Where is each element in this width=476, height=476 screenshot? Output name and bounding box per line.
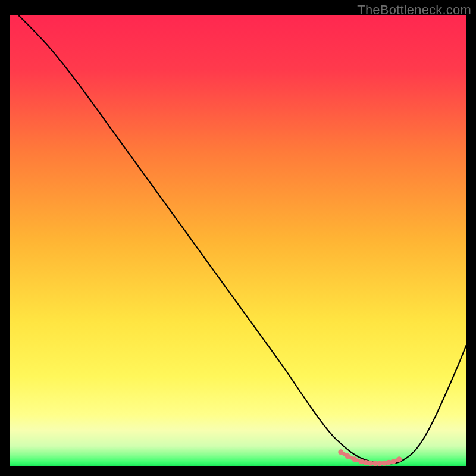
sweet-spot-marker: [345, 453, 350, 459]
sweet-spot-marker: [352, 456, 357, 462]
watermark-text: TheBottleneck.com: [357, 2, 471, 18]
sweet-spot-marker: [364, 460, 369, 465]
sweet-spot-marker: [397, 456, 402, 462]
bottleneck-chart: [0, 0, 476, 476]
sweet-spot-marker: [381, 461, 387, 466]
sweet-spot-marker: [372, 461, 378, 466]
sweet-spot-marker: [368, 461, 373, 466]
sweet-spot-marker: [391, 459, 396, 464]
sweet-spot-marker: [386, 460, 392, 465]
sweet-spot-marker: [359, 459, 364, 464]
sweet-spot-marker: [377, 461, 383, 466]
sweet-spot-marker: [338, 449, 343, 455]
